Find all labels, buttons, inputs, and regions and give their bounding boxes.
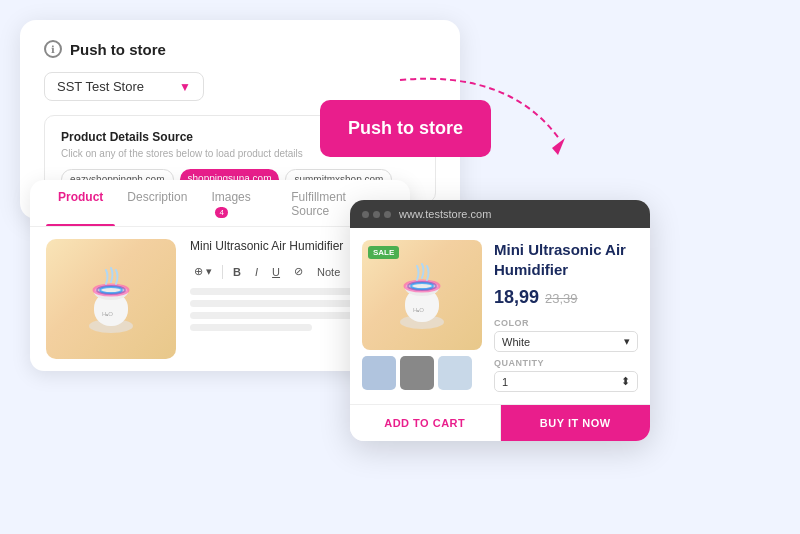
toolbar-italic[interactable]: I xyxy=(251,264,262,280)
sale-badge: SALE xyxy=(368,246,399,259)
panel-title: Push to store xyxy=(70,41,166,58)
toolbar-divider xyxy=(222,265,223,279)
chevron-down-icon: ▼ xyxy=(179,80,191,94)
text-line-4 xyxy=(190,324,312,331)
browser-dot-1 xyxy=(362,211,369,218)
svg-text:H₂O: H₂O xyxy=(413,307,424,313)
thumbnail-3[interactable] xyxy=(438,356,472,390)
product-image: H₂O xyxy=(46,239,176,359)
toolbar-note[interactable]: Note xyxy=(313,264,344,280)
tab-images[interactable]: Images 4 xyxy=(199,180,279,226)
store-body: SALE H₂O xyxy=(350,228,650,404)
toolbar-underline[interactable]: U xyxy=(268,264,284,280)
store-price-row: 18,99 23,39 xyxy=(494,287,638,308)
browser-url: www.teststore.com xyxy=(399,208,491,220)
qty-stepper-icon[interactable]: ⬍ xyxy=(621,375,630,388)
store-name: SST Test Store xyxy=(57,79,144,94)
color-value: White xyxy=(502,336,530,348)
tab-description[interactable]: Description xyxy=(115,180,199,226)
browser-dots xyxy=(362,211,391,218)
add-to-cart-button[interactable]: ADD TO CART xyxy=(350,405,501,441)
images-badge: 4 xyxy=(215,207,227,218)
info-icon: ℹ xyxy=(44,40,62,58)
browser-dot-2 xyxy=(373,211,380,218)
qty-col: QUANTITY 1 ⬍ xyxy=(494,358,638,392)
store-thumbnails xyxy=(362,356,482,390)
store-buttons: ADD TO CART BUY IT NOW xyxy=(350,404,650,441)
store-left: SALE H₂O xyxy=(362,240,482,392)
store-right: Mini Ultrasonic Air Humidifier 18,99 23,… xyxy=(494,240,638,392)
price-main: 18,99 xyxy=(494,287,539,308)
toolbar-bold[interactable]: B xyxy=(229,264,245,280)
store-qty-row: QUANTITY 1 ⬍ xyxy=(494,358,638,392)
toolbar-zoom[interactable]: ⊕ ▾ xyxy=(190,263,216,280)
qty-label: QUANTITY xyxy=(494,358,638,368)
svg-marker-0 xyxy=(552,138,565,155)
browser-dot-3 xyxy=(384,211,391,218)
store-product-title: Mini Ultrasonic Air Humidifier xyxy=(494,240,638,279)
color-select[interactable]: White ▾ xyxy=(494,331,638,352)
browser-bar: www.teststore.com xyxy=(350,200,650,228)
store-color-row: COLOR White ▾ xyxy=(494,318,638,352)
store-dropdown[interactable]: SST Test Store ▼ xyxy=(44,72,204,101)
color-chevron-icon: ▾ xyxy=(624,335,630,348)
store-main-image: SALE H₂O xyxy=(362,240,482,350)
text-line-3 xyxy=(190,312,353,319)
qty-value: 1 xyxy=(502,376,508,388)
store-preview-card: www.teststore.com SALE H₂O xyxy=(350,200,650,441)
thumbnail-1[interactable] xyxy=(362,356,396,390)
qty-input[interactable]: 1 ⬍ xyxy=(494,371,638,392)
panel-header: ℹ Push to store xyxy=(44,40,436,58)
thumbnail-2[interactable] xyxy=(400,356,434,390)
svg-text:H₂O: H₂O xyxy=(102,311,113,317)
tab-product[interactable]: Product xyxy=(46,180,115,226)
color-label: COLOR xyxy=(494,318,638,328)
push-to-store-button[interactable]: Push to store xyxy=(320,100,491,157)
toolbar-strike[interactable]: ⊘ xyxy=(290,263,307,280)
price-old: 23,39 xyxy=(545,291,578,306)
buy-it-now-button[interactable]: BUY IT NOW xyxy=(501,405,651,441)
